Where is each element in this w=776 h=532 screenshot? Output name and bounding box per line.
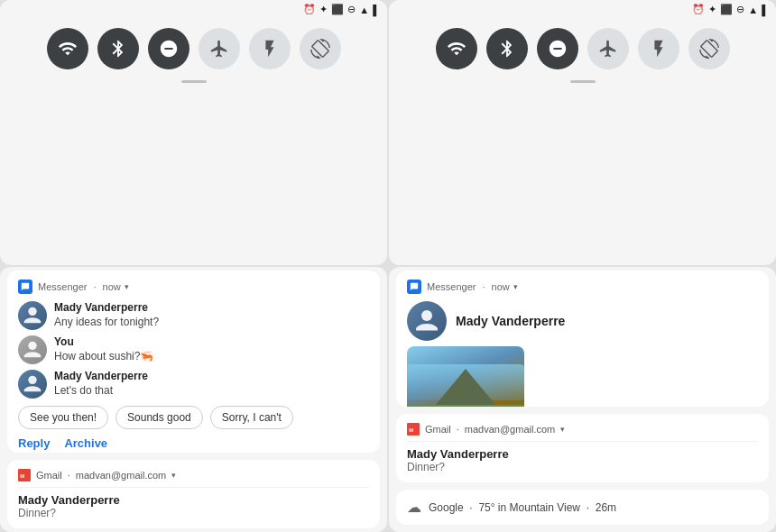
message-content-2: You How about sushi?🦐 [54, 335, 153, 363]
signal-icon: ▲ [359, 5, 369, 15]
messenger-header-left: Messenger · now ▾ [18, 280, 369, 294]
airplane-button-r[interactable] [587, 28, 629, 69]
avatar-mady-1 [18, 301, 47, 330]
flashlight-button-r[interactable] [638, 28, 679, 69]
chevron-gmail-right[interactable]: ▾ [560, 425, 565, 434]
svg-point-1 [28, 342, 36, 350]
messenger-app-icon-right [407, 280, 421, 294]
message-text-1: Any ideas for tonight? [54, 316, 159, 330]
message-content-1: Mady Vanderperre Any ideas for tonight? [54, 301, 159, 329]
bluetooth-button[interactable] [97, 28, 139, 69]
status-bar-right: ⏰ ✦ ⬛ ⊖ ▲ ▌ [389, 0, 776, 19]
messenger-notification-left: Messenger · now ▾ Mady Vanderperre Any i… [7, 271, 380, 453]
weather-info: Google · 75° in Mountain View · 26m [429, 501, 616, 514]
message-row-3: Mady Vanderperre Let's do that [18, 370, 369, 399]
right-bottom-panel: Messenger · now ▾ Mady Vanderperre Reply… [389, 267, 776, 532]
svg-point-5 [421, 310, 432, 321]
messenger-time-right: now [492, 281, 510, 292]
svg-point-0 [28, 307, 36, 316]
svg-point-2 [28, 376, 36, 384]
gmail-email-right: madvan@gmail.com [465, 424, 555, 435]
expanded-avatar [407, 301, 447, 341]
gmail-sender-left: Mady Vanderperre [18, 493, 369, 507]
svg-text:M: M [20, 473, 24, 479]
message-text-3: Let's do that [54, 384, 148, 399]
wifi-button[interactable] [47, 28, 88, 69]
dnd-button-r[interactable] [537, 28, 578, 69]
gmail-dot-left: · [68, 470, 70, 481]
gmail-email-left: madvan@gmail.com [76, 470, 166, 481]
messenger-notification-right: Messenger · now ▾ Mady Vanderperre Reply… [396, 271, 769, 407]
messenger-time: now [103, 281, 121, 292]
weather-location: Mountain View [510, 501, 581, 514]
bluetooth-button-r[interactable] [486, 28, 528, 69]
alarm-icon-r: ⏰ [692, 4, 705, 15]
gmail-notification-left: M Gmail · madvan@gmail.com ▾ Mady Vander… [7, 460, 380, 528]
cast-icon-r: ⬛ [720, 4, 733, 15]
avatar-you [18, 335, 47, 364]
messenger-label-right: Messenger · now ▾ [427, 281, 518, 292]
battery-icon: ▌ [373, 5, 380, 15]
expanded-sender-name: Mady Vanderperre [456, 314, 565, 328]
reply-button-left[interactable]: Reply [18, 436, 50, 450]
quick-replies: See you then! Sounds good Sorry, I can't [18, 406, 369, 429]
message-content-3: Mady Vanderperre Let's do that [54, 370, 148, 398]
dnd-button[interactable] [148, 28, 189, 69]
message-text-2: How about sushi?🦐 [54, 350, 153, 364]
gmail-notification-right: M Gmail · madvan@gmail.com ▾ Mady Vander… [396, 414, 769, 482]
gmail-app-name-right: Gmail [425, 424, 451, 435]
flashlight-button[interactable] [249, 28, 291, 69]
messenger-app-name-right: Messenger [427, 281, 476, 292]
scroll-indicator-left [181, 80, 207, 83]
archive-button-left[interactable]: Archive [64, 436, 107, 450]
quick-settings-right [389, 19, 776, 77]
right-top-panel: ⏰ ✦ ⬛ ⊖ ▲ ▌ [389, 0, 776, 265]
sender-name-1: Mady Vanderperre [54, 301, 159, 316]
messenger-label-left: Messenger · now ▾ [38, 281, 129, 292]
airplane-button[interactable] [199, 28, 240, 69]
rotate-button-r[interactable] [688, 28, 730, 69]
gmail-sender-right: Mady Vanderperre [407, 447, 758, 461]
chevron-gmail-left[interactable]: ▾ [171, 471, 176, 480]
svg-text:M: M [409, 427, 413, 433]
gmail-dot-right: · [457, 424, 459, 435]
left-bottom-panel: Messenger · now ▾ Mady Vanderperre Any i… [0, 267, 387, 532]
gmail-subject-left: Dinner? [18, 507, 369, 519]
dnd-icon: ⊖ [347, 4, 356, 15]
messenger-actions-left: Reply Archive [18, 436, 369, 450]
cast-icon: ⬛ [331, 4, 344, 15]
chevron-down-icon[interactable]: ▾ [125, 282, 129, 291]
weather-card: ☁ Google · 75° in Mountain View · 26m [396, 490, 769, 525]
wifi-button-r[interactable] [436, 28, 477, 69]
message-row-1: Mady Vanderperre Any ideas for tonight? [18, 301, 369, 330]
signal-icon-r: ▲ [748, 5, 758, 15]
messenger-header-right: Messenger · now ▾ [407, 280, 758, 294]
quick-reply-3[interactable]: Sorry, I can't [210, 406, 293, 429]
quick-reply-1[interactable]: See you then! [18, 406, 108, 429]
gmail-icon-right: M [407, 423, 420, 436]
gmail-header-right: M Gmail · madvan@gmail.com ▾ [407, 423, 758, 442]
bt-icon-r: ✦ [708, 4, 716, 15]
gmail-header-left: M Gmail · madvan@gmail.com ▾ [18, 469, 369, 488]
dnd-icon-r: ⊖ [736, 4, 744, 15]
messenger-app-name: Messenger [38, 281, 87, 292]
rotate-button[interactable] [300, 28, 341, 69]
quick-reply-2[interactable]: Sounds good [115, 406, 203, 429]
bt-icon: ✦ [319, 4, 328, 15]
sender-name-3: Mady Vanderperre [54, 370, 148, 384]
expanded-sender-row: Mady Vanderperre [407, 301, 758, 341]
messenger-app-icon [18, 280, 32, 294]
status-bar-left: ⏰ ✦ ⬛ ⊖ ▲ ▌ [0, 0, 387, 19]
weather-temp: 75° [478, 501, 494, 514]
chevron-down-icon-right[interactable]: ▾ [513, 282, 518, 291]
weather-source: Google [429, 501, 464, 514]
sender-name-2: You [54, 335, 153, 350]
left-top-panel: ⏰ ✦ ⬛ ⊖ ▲ ▌ [0, 0, 387, 265]
battery-icon-r: ▌ [762, 5, 769, 15]
message-row-2: You How about sushi?🦐 [18, 335, 369, 364]
avatar-mady-2 [18, 370, 47, 399]
photo-preview [407, 346, 524, 407]
cloud-icon: ☁ [407, 499, 421, 516]
quick-settings-left [0, 19, 387, 77]
alarm-icon: ⏰ [303, 4, 316, 15]
